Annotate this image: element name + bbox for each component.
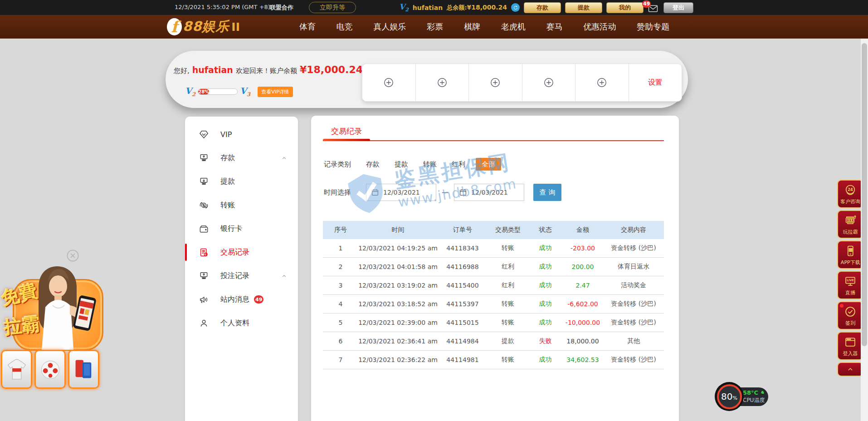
promo-banner[interactable]: 免費 拉霸 xyxy=(0,265,107,392)
float-customer-service-button[interactable]: 客户咨询 xyxy=(837,180,863,208)
cell-seq: 7 xyxy=(323,356,358,363)
float-live-stream-button[interactable]: 直播 xyxy=(837,271,863,299)
nav-item-4[interactable]: 彩票 xyxy=(427,21,443,32)
alliance-link[interactable]: 联盟合作 xyxy=(270,4,293,12)
balance-label: 总余额: xyxy=(447,4,467,11)
plus-circle-icon xyxy=(543,77,554,88)
nav-item-8[interactable]: 优惠活动 xyxy=(583,21,616,32)
filter-withdraw[interactable]: 提款 xyxy=(395,160,408,169)
sidebar-item-label: 个人资料 xyxy=(220,318,249,328)
tab-transaction-records[interactable]: 交易纪录 xyxy=(331,126,362,137)
tab-underline xyxy=(323,140,664,141)
site-logo[interactable]: f 88娱乐 II xyxy=(167,18,240,36)
cell-content: 其他 xyxy=(603,337,664,345)
table-row: 412/03/2021 03:18:52 am44115397转账成功-6,60… xyxy=(323,295,664,313)
cell-order: 44116988 xyxy=(438,263,488,270)
chevron-up-icon xyxy=(281,155,287,161)
nav-item-2[interactable]: 电竞 xyxy=(336,21,353,32)
float-check-in-button[interactable]: 签到 xyxy=(837,301,863,330)
date-to-input[interactable]: 12/03/2021 xyxy=(454,184,524,201)
nav-item-7[interactable]: 赛马 xyxy=(546,21,563,32)
cell-type: 转账 xyxy=(488,356,528,364)
header-content: 交易内容 xyxy=(603,226,664,234)
filter-bonus[interactable]: 红利 xyxy=(452,160,465,169)
scrollbar-thumb[interactable] xyxy=(862,43,867,346)
cell-time: 12/03/2021 03:19:02 am xyxy=(358,282,438,289)
sidebar-item-transfer[interactable]: 转账 xyxy=(185,193,298,217)
date-to-value: 12/03/2021 xyxy=(471,189,508,196)
prize-soccer-ball[interactable] xyxy=(34,350,66,389)
sidebar-item-bank-card[interactable]: 银行卡 xyxy=(185,217,298,240)
transactions-tbody: 112/03/2021 04:19:25 am44118343转账成功-203.… xyxy=(323,239,664,369)
sidebar-menu: VIP存款提款转账银行卡交易记录投注记录站内消息49个人资料 xyxy=(185,117,298,421)
float-play-slots-button[interactable]: 玩拉霸 xyxy=(837,210,863,239)
cpu-gauge: 80% xyxy=(715,382,744,411)
sidebar-item-withdraw[interactable]: 提款 xyxy=(185,170,298,193)
logout-button[interactable]: 登出 xyxy=(663,2,693,13)
refresh-balance-icon[interactable] xyxy=(511,3,520,12)
float-app-download-button[interactable]: APP下载 xyxy=(837,240,863,269)
vip-detail-button[interactable]: 查看VIP详情 xyxy=(258,87,293,97)
calendar-icon xyxy=(459,188,467,196)
sidebar-item-transaction-record[interactable]: 交易记录 xyxy=(185,240,298,264)
search-button[interactable]: 查 询 xyxy=(533,184,561,201)
sidebar-item-label: VIP xyxy=(220,130,232,139)
cell-status: 成功 xyxy=(528,318,562,327)
nav-item-6[interactable]: 老虎机 xyxy=(501,21,526,32)
time-label: 时间选择 xyxy=(324,188,351,197)
cell-content: 活动奖金 xyxy=(603,281,664,289)
quick-add-button-5[interactable] xyxy=(575,64,629,101)
cell-order: 44118343 xyxy=(438,245,488,252)
sidebar-item-deposit[interactable]: 存款 xyxy=(185,146,298,170)
cell-status: 成功 xyxy=(528,244,562,252)
sidebar-item-betting-record[interactable]: 投注记录 xyxy=(185,264,298,288)
withdraw-button[interactable]: 提款 xyxy=(565,2,602,13)
nav-item-3[interactable]: 真人娱乐 xyxy=(374,21,406,32)
filter-all-active[interactable]: 全部 xyxy=(476,158,501,171)
quick-add-button-4[interactable] xyxy=(522,64,575,101)
float-button-label: 客户咨询 xyxy=(840,198,860,206)
sidebar-item-vip-gem[interactable]: VIP xyxy=(185,122,298,146)
cell-amount: -10,000.00 xyxy=(562,319,603,326)
deposit-icon xyxy=(199,153,209,163)
sidebar-item-label: 银行卡 xyxy=(220,224,242,234)
quick-add-button-1[interactable] xyxy=(362,64,415,101)
filter-transfer[interactable]: 转账 xyxy=(423,160,437,169)
deposit-button[interactable]: 存款 xyxy=(524,2,561,13)
settings-button[interactable]: 设置 xyxy=(629,64,682,101)
upgrade-now-button[interactable]: 立即升等 xyxy=(309,2,356,13)
sidebar-item-profile[interactable]: 个人资料 xyxy=(185,311,298,335)
logo-f-icon: f xyxy=(167,18,182,35)
play-slots-icon xyxy=(844,214,857,227)
prize-jersey[interactable] xyxy=(1,350,32,389)
float-button-label: 直播 xyxy=(845,289,855,297)
cell-type: 转账 xyxy=(488,300,528,308)
plus-circle-icon xyxy=(490,77,501,88)
nav-item-5[interactable]: 棋牌 xyxy=(464,21,480,32)
date-from-input[interactable]: 12/03/2021 xyxy=(366,184,436,201)
check-in-icon xyxy=(844,305,857,318)
datetime: 12/3/2021 5:35:02 PM (GMT +8) xyxy=(175,4,270,10)
prize-phones[interactable] xyxy=(68,350,99,389)
quick-add-button-3[interactable] xyxy=(468,64,522,101)
filter-deposit[interactable]: 存款 xyxy=(366,160,380,169)
quick-add-button-2[interactable] xyxy=(415,64,469,101)
mail-button[interactable]: 49 xyxy=(648,3,659,12)
withdraw-icon xyxy=(199,176,209,187)
nav-item-9[interactable]: 赞助专题 xyxy=(637,21,669,32)
float-collapse-button[interactable] xyxy=(837,362,863,377)
customer-service-icon xyxy=(844,184,857,196)
topbar: 12/3/2021 5:35:02 PM (GMT +8) 联盟合作 立即升等 … xyxy=(0,0,868,15)
nav-item-1[interactable]: 体育 xyxy=(299,21,316,32)
logo-text: 88娱乐 xyxy=(183,18,229,36)
transaction-record-icon xyxy=(199,247,209,258)
vip-progress-bar: 28% xyxy=(198,88,238,95)
sidebar-item-site-message[interactable]: 站内消息49 xyxy=(185,288,298,311)
chevron-up-icon xyxy=(846,366,855,373)
mine-button[interactable]: 我的 xyxy=(606,2,644,13)
float-button-label: APP下载 xyxy=(841,259,860,266)
float-login-tool-button[interactable]: 登入器 xyxy=(837,332,863,360)
vip-gem-icon xyxy=(199,129,209,140)
betting-record-icon xyxy=(199,271,209,281)
sidebar-item-label: 交易记录 xyxy=(220,248,249,257)
